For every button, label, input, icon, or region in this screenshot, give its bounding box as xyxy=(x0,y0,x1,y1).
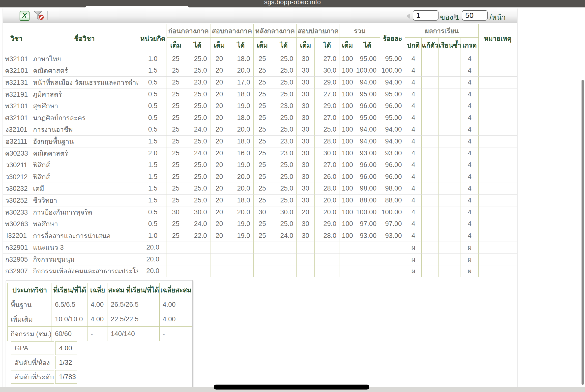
summary-cell: 10.0/10.0 xyxy=(52,312,88,326)
grade-row: I32201การสื่อสารและการนำเสนอ1.02522.0201… xyxy=(3,230,517,242)
cell-score: 24.0 xyxy=(185,147,210,159)
summary-cell: 26.5/26.5 xyxy=(108,297,160,312)
cell-subject-code: ศ32101 xyxy=(3,112,30,124)
cell-normal: 4 xyxy=(405,230,422,242)
cell-score xyxy=(228,265,254,277)
cell-credits: 1.5 xyxy=(139,136,167,148)
cell-grade: 4 xyxy=(461,136,479,148)
page-number-input[interactable] xyxy=(413,10,438,20)
cell-repeat xyxy=(438,100,461,112)
cell-score: 29.0 xyxy=(315,100,340,112)
cell-score: 19.0 xyxy=(228,159,254,171)
cell-percent: 93.00 xyxy=(380,147,405,159)
col-group-results: ผลการเรียน xyxy=(405,24,479,38)
cell-subject-code: ง32101 xyxy=(3,124,30,136)
cell-subject-name: การป้องกันการทุจริต xyxy=(30,206,139,218)
cell-grade: ผ xyxy=(461,254,479,266)
cell-score: 25.0 xyxy=(271,218,297,230)
cell-score: 25 xyxy=(254,100,271,112)
cell-score: 100 xyxy=(340,112,355,124)
cell-retake xyxy=(422,218,438,230)
cell-percent: 94.00 xyxy=(380,136,405,148)
cell-score: 18.0 xyxy=(228,112,254,124)
cell-score: 95.00 xyxy=(355,53,380,65)
grade-row: ก32901แนะแนว 320.0ผผ xyxy=(3,242,517,254)
cell-subject-code: ส32131 xyxy=(3,76,30,88)
cell-score: 100 xyxy=(340,53,355,65)
cell-score: 23.0 xyxy=(271,147,297,159)
cell-repeat xyxy=(438,265,461,277)
cell-score: 25.0 xyxy=(185,182,210,194)
page-size-input[interactable] xyxy=(462,10,487,20)
cell-score: 96.00 xyxy=(355,171,380,182)
cell-grade: 4 xyxy=(461,65,479,76)
cell-score: 20 xyxy=(210,147,228,159)
prev-page-icon[interactable] xyxy=(406,14,410,19)
gpa-table: GPA4.00อันดับที่/ห้อง1/32อันดับที่/ระดับ… xyxy=(10,340,78,384)
cell-score: 20.0 xyxy=(228,65,254,76)
cell-score xyxy=(185,265,210,277)
cell-score: 27.0 xyxy=(315,112,340,124)
cell-remark xyxy=(479,112,517,124)
cell-score: 20.0 xyxy=(228,182,254,194)
vertical-scrollbar[interactable] xyxy=(581,80,584,385)
cell-score xyxy=(271,265,297,277)
cell-score: 28.0 xyxy=(315,230,340,242)
summary-col-header: สะสม ที่เรียน/ที่ได้ xyxy=(108,283,160,297)
cell-score: 25 xyxy=(167,76,185,88)
cell-subject-code: ค32101 xyxy=(3,65,30,76)
cell-remark xyxy=(479,182,517,194)
summary-cell: เพิ่มเติม xyxy=(8,312,52,326)
summary-cell: 60/60 xyxy=(52,326,88,341)
cell-retake xyxy=(422,112,438,124)
cell-score: 26.0 xyxy=(315,171,340,182)
cell-remark xyxy=(479,254,517,266)
next-page-icon[interactable] xyxy=(454,14,458,19)
cell-credits: 20.0 xyxy=(139,242,167,254)
cell-score: 93.00 xyxy=(355,147,380,159)
gpa-label: อันดับที่/ระดับ xyxy=(11,370,54,384)
cell-grade: 4 xyxy=(461,194,479,206)
cell-score: 20 xyxy=(210,76,228,88)
cell-normal: ผ xyxy=(405,242,422,254)
cell-score: 20 xyxy=(210,182,228,194)
cell-score xyxy=(210,254,228,266)
col-header-grade: เกรด xyxy=(461,38,479,53)
cell-score xyxy=(254,242,271,254)
cell-score xyxy=(297,265,315,277)
cell-remark xyxy=(479,65,517,76)
cell-normal: 4 xyxy=(405,53,422,65)
cell-score: 100 xyxy=(340,194,355,206)
cell-score: 30 xyxy=(297,230,315,242)
cell-subject-code: ว30211 xyxy=(3,159,30,171)
cell-score xyxy=(297,254,315,266)
cell-normal: 4 xyxy=(405,147,422,159)
cell-grade: 4 xyxy=(461,159,479,171)
cell-score: 20 xyxy=(210,218,228,230)
cell-normal: 4 xyxy=(405,124,422,136)
grade-row: อ32111อังกฤษพื้นฐาน1.52525.02018.02523.0… xyxy=(3,136,517,148)
cell-subject-code: I32201 xyxy=(3,230,30,242)
cell-score: 30.0 xyxy=(315,65,340,76)
cell-subject-code: อ32111 xyxy=(3,136,30,148)
cell-score: 30 xyxy=(297,100,315,112)
cell-subject-code: ก32907 xyxy=(3,265,30,277)
clear-filter-button[interactable] xyxy=(33,10,45,21)
grade-row: ส30233การป้องกันการทุจริต0.53030.02020.0… xyxy=(3,206,517,218)
export-excel-button[interactable]: X xyxy=(20,11,30,21)
cell-normal: 4 xyxy=(405,76,422,88)
summary-box: ประเภทวิชาที่เรียน/ที่ได้เฉลี่ยสะสม ที่เ… xyxy=(6,280,193,387)
cell-grade: ผ xyxy=(461,265,479,277)
cell-subject-name: กิจกรรมเพื่อสังคมและสาธารณประโยชน์ xyxy=(30,265,139,277)
cell-retake xyxy=(422,242,438,254)
cell-score: 88.00 xyxy=(355,194,380,206)
cell-score: 30 xyxy=(167,206,185,218)
col-header-got: ได้ xyxy=(355,38,380,53)
cell-score: 25 xyxy=(167,182,185,194)
cell-normal: 4 xyxy=(405,136,422,148)
cell-score: 25.0 xyxy=(271,171,297,182)
cell-score: 25 xyxy=(254,194,271,206)
summary-cell: 4.00 xyxy=(88,297,108,312)
cell-score: 25 xyxy=(254,218,271,230)
cell-retake xyxy=(422,182,438,194)
